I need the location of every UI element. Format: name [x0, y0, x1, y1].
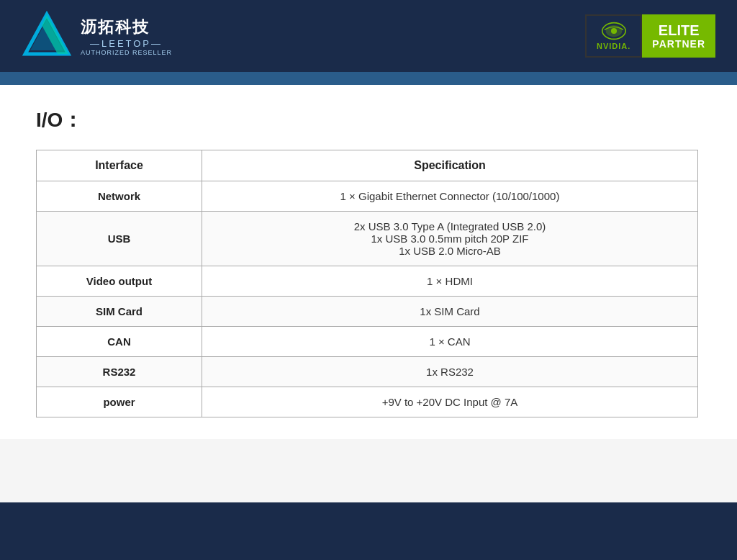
main-content: I/O： Interface Specification Network 1 ×… [0, 85, 737, 439]
spec-cell: 1 × HDMI [202, 266, 698, 297]
table-row: RS232 1x RS232 [37, 357, 698, 387]
nvidia-logo-box: NVIDIA. [585, 14, 642, 58]
interface-cell: Network [37, 181, 202, 212]
col-interface-header: Interface [37, 150, 202, 181]
svg-point-3 [611, 28, 617, 34]
spec-table: Interface Specification Network 1 × Giga… [36, 150, 698, 417]
spec-cell: 1x RS232 [202, 357, 698, 387]
table-row: CAN 1 × CAN [37, 327, 698, 357]
spec-cell: 1 × Gigabit Ethernet Connector (10/100/1… [202, 181, 698, 212]
interface-cell: SIM Card [37, 297, 202, 327]
logo-area: 沥拓科技 —LEETOP— AUTHORIZED RESELLER [22, 11, 172, 61]
table-row: power +9V to +20V DC Input @ 7A [37, 387, 698, 417]
logo-icon [22, 11, 72, 61]
blue-stripe [0, 72, 737, 85]
interface-cell: Video output [37, 266, 202, 297]
page-footer [0, 502, 737, 560]
company-name-chinese: 沥拓科技 [81, 17, 172, 38]
interface-cell: RS232 [37, 357, 202, 387]
interface-cell: USB [37, 212, 202, 266]
table-row: Video output 1 × HDMI [37, 266, 698, 297]
elite-partner-box: ELITE PARTNER [642, 14, 715, 58]
interface-cell: power [37, 387, 202, 417]
elite-label: ELITE [659, 22, 700, 38]
table-row: Network 1 × Gigabit Ethernet Connector (… [37, 181, 698, 212]
page-title: I/O： [36, 107, 701, 134]
spec-cell: 1 × CAN [202, 327, 698, 357]
table-row: USB 2x USB 3.0 Type A (Integrated USB 2.… [37, 212, 698, 266]
page-header: 沥拓科技 —LEETOP— AUTHORIZED RESELLER NVIDIA… [0, 0, 737, 72]
interface-cell: CAN [37, 327, 202, 357]
partner-label: PARTNER [652, 38, 705, 50]
spec-cell: 2x USB 3.0 Type A (Integrated USB 2.0) 1… [202, 212, 698, 266]
spec-cell: 1x SIM Card [202, 297, 698, 327]
nvidia-badge: NVIDIA. ELITE PARTNER [585, 14, 715, 58]
nvidia-icon [598, 22, 630, 40]
spec-cell: +9V to +20V DC Input @ 7A [202, 387, 698, 417]
authorized-reseller-label: AUTHORIZED RESELLER [81, 49, 172, 56]
logo-text: 沥拓科技 —LEETOP— AUTHORIZED RESELLER [81, 17, 172, 56]
table-row: SIM Card 1x SIM Card [37, 297, 698, 327]
company-name-leetop: —LEETOP— [81, 38, 172, 49]
nvidia-label: NVIDIA. [597, 42, 630, 50]
col-spec-header: Specification [202, 150, 698, 181]
table-header-row: Interface Specification [37, 150, 698, 181]
